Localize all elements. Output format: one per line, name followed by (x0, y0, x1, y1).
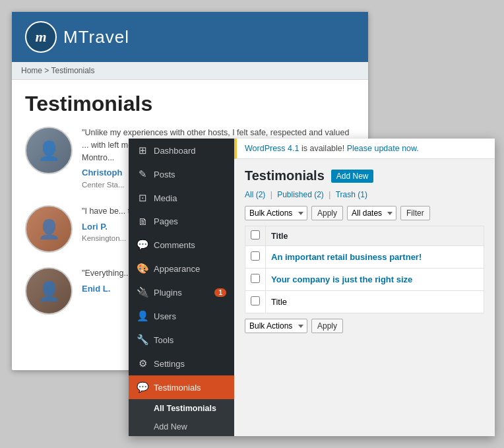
sidebar-item-label: Comments (154, 240, 226, 250)
sidebar-item-media[interactable]: ⊡ Media (129, 186, 234, 210)
sidebar-item-plugins[interactable]: 🔌 Plugins 1 (129, 280, 234, 304)
sidebar-item-dashboard[interactable]: ⊞ Dashboard (129, 139, 234, 162)
sidebar-item-pages[interactable]: 🗎 Pages (129, 210, 234, 233)
sidebar-item-posts[interactable]: ✎ Posts (129, 162, 234, 186)
col-checkbox (245, 226, 266, 246)
settings-icon: ⚙ (137, 358, 148, 369)
plugins-icon: 🔌 (137, 286, 148, 298)
wp-admin-panel: ⊞ Dashboard ✎ Posts ⊡ Media 🗎 Pages 💬 Co… (129, 139, 495, 436)
apply-button-top[interactable]: Apply (311, 206, 343, 220)
pages-icon: 🗎 (137, 216, 148, 227)
wp-sidebar: ⊞ Dashboard ✎ Posts ⊡ Media 🗎 Pages 💬 Co… (129, 139, 234, 436)
submenu-add-new[interactable]: Add New (129, 418, 234, 436)
filter-all[interactable]: All (2) (245, 190, 265, 199)
sidebar-item-comments[interactable]: 💬 Comments (129, 233, 234, 257)
filter-published[interactable]: Published (2) (277, 190, 324, 199)
wp-page-header: Testimonials Add New (245, 168, 484, 183)
footer-checkbox-cell (245, 291, 266, 313)
sidebar-item-appearance[interactable]: 🎨 Appearance (129, 257, 234, 280)
row-checkbox[interactable] (251, 251, 260, 261)
footer-title-cell: Title (266, 291, 484, 313)
testimonials-icon: 💬 (137, 381, 148, 393)
sidebar-item-testimonials[interactable]: 💬 Testimonials (129, 375, 234, 399)
row-checkbox-cell (245, 269, 266, 291)
wp-main-content: WordPress 4.1 is available! Please updat… (234, 139, 495, 436)
add-new-button[interactable]: Add New (331, 170, 374, 183)
wp-version-link[interactable]: WordPress 4.1 (245, 144, 299, 153)
sidebar-item-label: Dashboard (154, 146, 226, 156)
dates-select[interactable]: All dates (347, 206, 396, 220)
bulk-actions-select-bottom[interactable]: Bulk Actions (245, 319, 307, 333)
footer-select-all-checkbox[interactable] (251, 296, 260, 305)
submenu-all-testimonials[interactable]: All Testimonials (129, 399, 234, 418)
col-title: Title (266, 226, 484, 246)
site-header: m MTravel (12, 12, 368, 62)
apply-button-bottom[interactable]: Apply (311, 319, 343, 333)
update-link[interactable]: Please update now. (347, 144, 419, 153)
sidebar-item-settings[interactable]: ⚙ Settings (129, 352, 234, 375)
users-icon: 👤 (137, 310, 148, 322)
bottom-bulk-bar: Bulk Actions Apply (245, 319, 484, 333)
breadcrumb: Home > Testimonials (12, 62, 368, 80)
table-row-footer: Title (245, 291, 484, 313)
row-title-link[interactable]: Your company is just the right size (271, 274, 412, 284)
media-icon: ⊡ (137, 192, 148, 204)
sidebar-item-label: Settings (154, 359, 226, 369)
sidebar-item-label: Pages (154, 216, 226, 226)
filter-trash[interactable]: Trash (1) (336, 190, 367, 199)
testimonials-table: Title An important retail business partn… (245, 226, 484, 313)
site-name: MTravel (63, 27, 129, 48)
wp-page-title: Testimonials (245, 168, 325, 183)
sidebar-item-label: Tools (154, 335, 226, 345)
wp-update-notice: WordPress 4.1 is available! Please updat… (234, 139, 495, 159)
avatar: 👤 (25, 127, 73, 174)
sidebar-item-label: Plugins (154, 288, 209, 298)
table-row: Your company is just the right size (245, 269, 484, 291)
select-all-checkbox[interactable] (251, 230, 260, 240)
filter-button[interactable]: Filter (400, 206, 430, 220)
sidebar-item-label: Users (154, 311, 226, 321)
row-checkbox[interactable] (251, 274, 260, 283)
sidebar-item-label: Testimonials (154, 383, 226, 393)
filter-links: All (2) | Published (2) | Trash (1) (245, 190, 484, 199)
row-checkbox-cell (245, 246, 266, 269)
tools-icon: 🔧 (137, 334, 148, 346)
notice-text: is available! (301, 144, 347, 153)
top-bulk-bar: Bulk Actions Apply All dates Filter (245, 206, 484, 220)
page-title: Testimonials (25, 92, 355, 116)
avatar: 👤 (25, 205, 73, 253)
comments-icon: 💬 (137, 239, 148, 251)
row-title-cell: An important retail business partner! (266, 246, 484, 269)
site-logo: m (25, 21, 57, 53)
appearance-icon: 🎨 (137, 263, 148, 274)
sidebar-item-label: Posts (154, 170, 226, 179)
dashboard-icon: ⊞ (137, 144, 148, 156)
testimonials-submenu: All Testimonials Add New (129, 399, 234, 436)
bulk-actions-select-top[interactable]: Bulk Actions (245, 206, 307, 220)
sidebar-item-label: Appearance (154, 264, 226, 274)
sidebar-item-users[interactable]: 👤 Users (129, 304, 234, 328)
plugins-badge: 1 (214, 288, 226, 297)
avatar: 👤 (25, 267, 73, 315)
table-row: An important retail business partner! (245, 246, 484, 269)
sidebar-item-label: Media (154, 193, 226, 203)
row-title-link[interactable]: An important retail business partner! (271, 252, 422, 262)
row-title-cell: Your company is just the right size (266, 269, 484, 291)
wp-content-area: Testimonials Add New All (2) | Published… (234, 159, 495, 348)
posts-icon: ✎ (137, 168, 148, 180)
sidebar-item-tools[interactable]: 🔧 Tools (129, 328, 234, 352)
